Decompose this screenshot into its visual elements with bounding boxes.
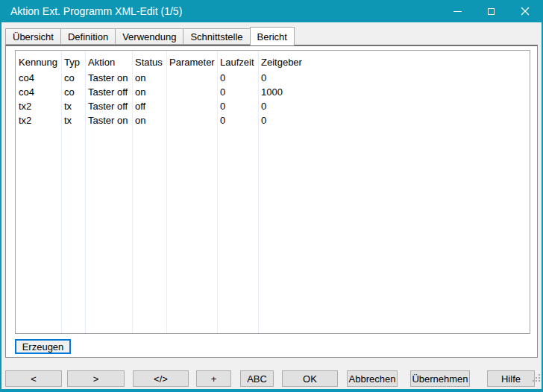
ok-button[interactable]: OK xyxy=(282,370,338,387)
table-row[interactable]: tx2 tx Taster on on 0 0 xyxy=(16,113,530,127)
nav-next-button[interactable]: > xyxy=(67,370,125,387)
cell-aktion: Taster on xyxy=(85,71,132,85)
cell-kennung: tx2 xyxy=(16,113,61,127)
cell-typ: co xyxy=(61,85,85,99)
dialog-window: Aktion Ext. Programm XML-Edit (1/5) Über… xyxy=(0,0,543,392)
cell-kennung: co4 xyxy=(16,85,61,99)
cell-typ: tx xyxy=(61,99,85,113)
help-button[interactable]: Hilfe xyxy=(487,370,535,387)
report-table: Kennung Typ Aktion Status Parameter Lauf… xyxy=(15,50,530,334)
cell-aktion: Taster off xyxy=(85,99,132,113)
resize-grip[interactable] xyxy=(533,380,534,382)
tab-bar: Übersicht Definition Verwendung Schnitts… xyxy=(5,28,295,45)
cell-parameter xyxy=(166,71,217,85)
cell-typ: tx xyxy=(61,113,85,127)
cell-zeitgeber: 0 xyxy=(258,99,530,113)
column-header-typ: Typ xyxy=(61,53,85,71)
cell-status: on xyxy=(132,113,166,127)
cell-aktion: Taster on xyxy=(85,113,132,127)
column-header-laufzeit: Laufzeit xyxy=(217,53,258,71)
nav-prev-button[interactable]: < xyxy=(5,370,62,387)
cell-laufzeit: 0 xyxy=(217,85,258,99)
tab-page-bericht: Kennung Typ Aktion Status Parameter Lauf… xyxy=(5,45,538,358)
cell-kennung: tx2 xyxy=(16,99,61,113)
add-button[interactable]: + xyxy=(196,370,231,387)
cell-parameter xyxy=(166,113,217,127)
cancel-button[interactable]: Abbrechen xyxy=(347,370,398,387)
cell-laufzeit: 0 xyxy=(217,71,258,85)
cell-laufzeit: 0 xyxy=(217,99,258,113)
abc-button[interactable]: ABC xyxy=(240,370,274,387)
cell-status: off xyxy=(132,99,166,113)
tab-definition[interactable]: Definition xyxy=(60,28,116,45)
tab-uebersicht[interactable]: Übersicht xyxy=(5,28,61,45)
caption-buttons xyxy=(441,0,542,22)
close-button[interactable] xyxy=(508,0,542,22)
cell-laufzeit: 0 xyxy=(217,113,258,127)
tab-bericht[interactable]: Bericht xyxy=(250,27,295,45)
window-title: Aktion Ext. Programm XML-Edit (1/5) xyxy=(1,5,182,17)
maximize-icon xyxy=(488,8,495,15)
maximize-button[interactable] xyxy=(474,0,508,22)
cell-status: on xyxy=(132,71,166,85)
column-header-status: Status xyxy=(132,53,166,71)
column-header-parameter: Parameter xyxy=(166,53,217,71)
titlebar: Aktion Ext. Programm XML-Edit (1/5) xyxy=(1,0,542,22)
apply-button[interactable]: Übernehmen xyxy=(410,370,470,387)
table-row[interactable]: co4 co Taster on on 0 0 xyxy=(16,71,530,85)
minimize-icon xyxy=(453,11,462,12)
cell-status: on xyxy=(132,85,166,99)
cell-kennung: co4 xyxy=(16,71,61,85)
cell-typ: co xyxy=(61,71,85,85)
table-row[interactable]: co4 co Taster off on 0 1000 xyxy=(16,85,530,99)
table-header-row: Kennung Typ Aktion Status Parameter Lauf… xyxy=(16,51,530,71)
erzeugen-button[interactable]: Erzeugen xyxy=(15,339,71,354)
minimize-button[interactable] xyxy=(441,0,474,22)
xml-code-button[interactable]: </> xyxy=(133,370,189,387)
table-row[interactable]: tx2 tx Taster off off 0 0 xyxy=(16,99,530,113)
cell-aktion: Taster off xyxy=(85,85,132,99)
tab-schnittstelle[interactable]: Schnittstelle xyxy=(183,28,250,45)
cell-parameter xyxy=(166,85,217,99)
column-header-kennung: Kennung xyxy=(16,53,61,71)
cell-parameter xyxy=(166,99,217,113)
cell-zeitgeber: 1000 xyxy=(258,85,530,99)
tab-verwendung[interactable]: Verwendung xyxy=(115,28,183,45)
close-icon xyxy=(521,7,530,16)
column-header-zeitgeber: Zeitgeber xyxy=(258,53,530,71)
column-header-aktion: Aktion xyxy=(85,53,132,71)
cell-zeitgeber: 0 xyxy=(258,113,530,127)
cell-zeitgeber: 0 xyxy=(258,71,530,85)
